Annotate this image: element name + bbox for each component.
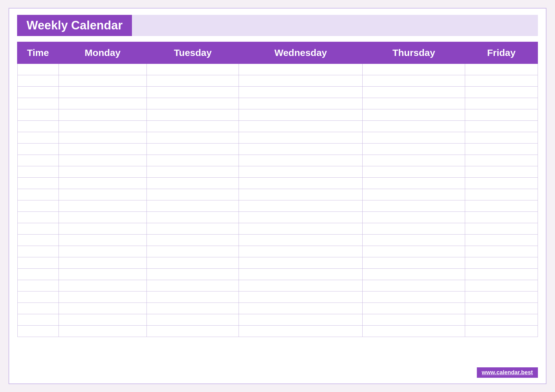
day-cell[interactable] (239, 314, 362, 325)
day-cell[interactable] (59, 314, 147, 325)
day-cell[interactable] (465, 257, 538, 268)
day-cell[interactable] (465, 291, 538, 303)
day-cell[interactable] (239, 291, 362, 303)
day-cell[interactable] (59, 268, 147, 280)
day-cell[interactable] (465, 120, 538, 132)
day-cell[interactable] (239, 189, 362, 200)
day-cell[interactable] (239, 120, 362, 132)
day-cell[interactable] (59, 155, 147, 166)
day-cell[interactable] (147, 303, 239, 314)
time-cell[interactable] (17, 200, 59, 211)
time-cell[interactable] (17, 325, 59, 337)
day-cell[interactable] (147, 98, 239, 109)
day-cell[interactable] (362, 325, 465, 337)
day-cell[interactable] (239, 75, 362, 86)
day-cell[interactable] (362, 234, 465, 246)
day-cell[interactable] (239, 64, 362, 75)
time-cell[interactable] (17, 64, 59, 75)
day-cell[interactable] (239, 303, 362, 314)
day-cell[interactable] (239, 109, 362, 120)
day-cell[interactable] (465, 200, 538, 211)
time-cell[interactable] (17, 177, 59, 189)
day-cell[interactable] (362, 268, 465, 280)
day-cell[interactable] (59, 211, 147, 223)
day-cell[interactable] (147, 325, 239, 337)
day-cell[interactable] (59, 177, 147, 189)
time-cell[interactable] (17, 189, 59, 200)
day-cell[interactable] (59, 64, 147, 75)
day-cell[interactable] (147, 177, 239, 189)
day-cell[interactable] (465, 166, 538, 177)
day-cell[interactable] (59, 86, 147, 98)
day-cell[interactable] (147, 234, 239, 246)
day-cell[interactable] (465, 86, 538, 98)
day-cell[interactable] (362, 75, 465, 86)
day-cell[interactable] (362, 109, 465, 120)
time-cell[interactable] (17, 291, 59, 303)
day-cell[interactable] (362, 166, 465, 177)
day-cell[interactable] (147, 257, 239, 268)
time-cell[interactable] (17, 257, 59, 268)
day-cell[interactable] (362, 257, 465, 268)
day-cell[interactable] (239, 234, 362, 246)
day-cell[interactable] (147, 189, 239, 200)
footer-url[interactable]: www.calendar.best (482, 369, 533, 376)
day-cell[interactable] (147, 120, 239, 132)
day-cell[interactable] (239, 200, 362, 211)
day-cell[interactable] (59, 143, 147, 155)
day-cell[interactable] (147, 109, 239, 120)
day-cell[interactable] (239, 132, 362, 143)
day-cell[interactable] (59, 325, 147, 337)
day-cell[interactable] (465, 234, 538, 246)
day-cell[interactable] (465, 155, 538, 166)
day-cell[interactable] (465, 246, 538, 257)
day-cell[interactable] (362, 177, 465, 189)
time-cell[interactable] (17, 143, 59, 155)
day-cell[interactable] (59, 257, 147, 268)
day-cell[interactable] (147, 132, 239, 143)
day-cell[interactable] (465, 314, 538, 325)
day-cell[interactable] (362, 143, 465, 155)
day-cell[interactable] (362, 211, 465, 223)
day-cell[interactable] (239, 223, 362, 234)
time-cell[interactable] (17, 280, 59, 291)
day-cell[interactable] (362, 120, 465, 132)
time-cell[interactable] (17, 98, 59, 109)
day-cell[interactable] (362, 291, 465, 303)
day-cell[interactable] (465, 98, 538, 109)
day-cell[interactable] (147, 223, 239, 234)
day-cell[interactable] (239, 246, 362, 257)
day-cell[interactable] (147, 200, 239, 211)
day-cell[interactable] (362, 189, 465, 200)
day-cell[interactable] (59, 246, 147, 257)
day-cell[interactable] (147, 246, 239, 257)
day-cell[interactable] (59, 120, 147, 132)
day-cell[interactable] (147, 64, 239, 75)
time-cell[interactable] (17, 211, 59, 223)
day-cell[interactable] (147, 314, 239, 325)
time-cell[interactable] (17, 155, 59, 166)
day-cell[interactable] (465, 189, 538, 200)
day-cell[interactable] (147, 75, 239, 86)
time-cell[interactable] (17, 166, 59, 177)
day-cell[interactable] (59, 166, 147, 177)
day-cell[interactable] (147, 155, 239, 166)
time-cell[interactable] (17, 86, 59, 98)
time-cell[interactable] (17, 246, 59, 257)
day-cell[interactable] (465, 132, 538, 143)
day-cell[interactable] (59, 109, 147, 120)
day-cell[interactable] (59, 98, 147, 109)
day-cell[interactable] (362, 132, 465, 143)
day-cell[interactable] (239, 155, 362, 166)
day-cell[interactable] (362, 86, 465, 98)
day-cell[interactable] (362, 98, 465, 109)
day-cell[interactable] (465, 280, 538, 291)
day-cell[interactable] (59, 280, 147, 291)
day-cell[interactable] (239, 166, 362, 177)
day-cell[interactable] (362, 280, 465, 291)
time-cell[interactable] (17, 109, 59, 120)
time-cell[interactable] (17, 314, 59, 325)
day-cell[interactable] (147, 268, 239, 280)
day-cell[interactable] (362, 200, 465, 211)
day-cell[interactable] (362, 246, 465, 257)
